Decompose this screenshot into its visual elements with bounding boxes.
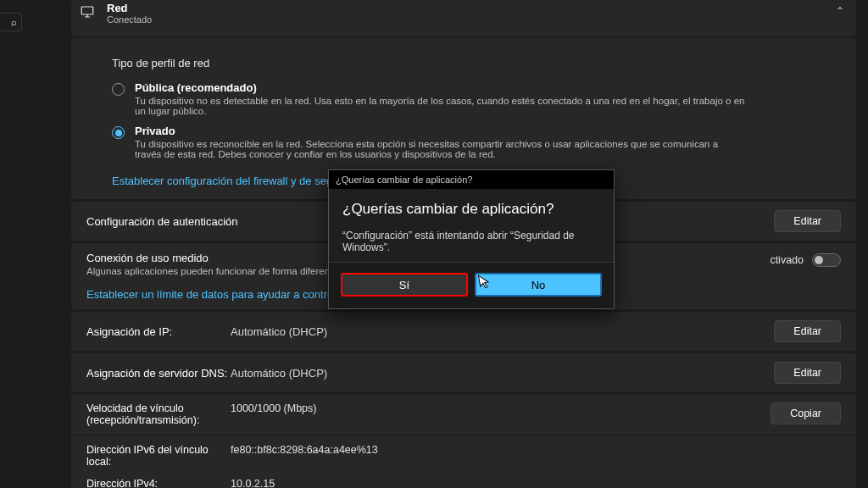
switch-app-dialog: ¿Querías cambiar de aplicación? ¿Querías… (328, 169, 615, 309)
dialog-no-button[interactable]: No (475, 273, 602, 297)
speed-val: 1000/1000 (Mbps) (231, 402, 316, 426)
dialog-yes-button[interactable]: Sí (341, 273, 468, 297)
radio-private-icon[interactable] (112, 126, 125, 139)
network-title: Red (107, 2, 152, 14)
ip-edit-button[interactable]: Editar (774, 320, 841, 342)
left-sidebar: ⌕ (0, 0, 59, 488)
auth-edit-button[interactable]: Editar (774, 210, 841, 232)
copy-button[interactable]: Copiar (771, 402, 841, 424)
svg-rect-0 (81, 7, 93, 14)
ipv4-key: Dirección IPv4: (86, 478, 231, 488)
auth-title: Configuración de autenticación (86, 215, 238, 228)
ip-title: Asignación de IP: (86, 325, 231, 338)
radio-public-icon[interactable] (112, 83, 125, 96)
metered-toggle-label: ctivado (770, 254, 804, 266)
dns-row: Asignación de servidor DNS: Automático (… (71, 352, 856, 392)
dialog-message: “Configuración” está intentando abrir “S… (342, 230, 600, 253)
search-stub[interactable]: ⌕ (0, 13, 22, 31)
chevron-up-icon[interactable]: ⌃ (836, 5, 844, 17)
speed-key: Velocidad de vínculo (recepción/transmis… (86, 402, 231, 426)
ipv6-local-val: fe80::bf8c:8298:6a4a:a4ee%13 (231, 444, 378, 468)
ipv6-local-key: Dirección IPv6 del vínculo local: (86, 444, 231, 468)
network-status: Conectado (107, 14, 152, 25)
search-icon: ⌕ (11, 17, 17, 27)
dns-title: Asignación de servidor DNS: (86, 367, 231, 380)
dns-value: Automático (DHCP) (231, 367, 327, 380)
ip-row: Asignación de IP: Automático (DHCP) Edit… (71, 311, 856, 351)
ip-value: Automático (DHCP) (231, 325, 327, 338)
profile-private-desc: Tu dispositivo es reconocible en la red.… (135, 139, 745, 159)
profile-public-label: Pública (recomendado) (135, 81, 745, 94)
dns-edit-button[interactable]: Editar (774, 362, 841, 384)
profile-private-label: Privado (135, 125, 745, 137)
profile-public[interactable]: Pública (recomendado) Tu dispositivo no … (112, 81, 841, 116)
network-header-card[interactable]: Red Conectado ⌃ (71, 0, 856, 36)
ipv4-val: 10.0.2.15 (231, 478, 275, 488)
profile-private[interactable]: Privado Tu dispositivo es reconocible en… (112, 125, 841, 159)
profile-section-label: Tipo de perfil de red (112, 57, 841, 69)
firewall-link[interactable]: Establecer configuración del firewall y … (112, 175, 363, 187)
metered-toggle[interactable] (812, 253, 841, 267)
network-icon (80, 4, 95, 22)
dialog-titlebar: ¿Querías cambiar de aplicación? (329, 170, 614, 189)
info-block: Velocidad de vínculo (recepción/transmis… (71, 394, 856, 488)
dialog-heading: ¿Querías cambiar de aplicación? (342, 201, 600, 218)
profile-public-desc: Tu dispositivo no es detectable en la re… (135, 96, 745, 116)
